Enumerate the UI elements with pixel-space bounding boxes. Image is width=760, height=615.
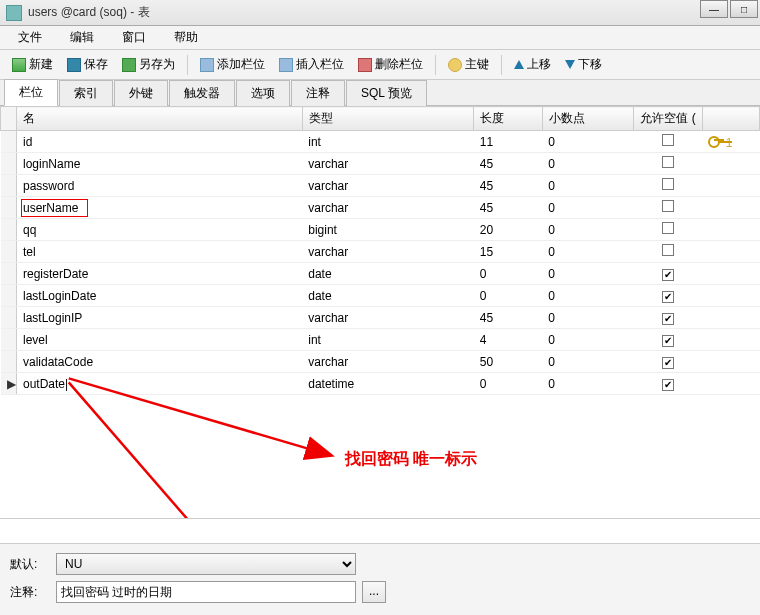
insert-column-button[interactable]: 插入栏位	[273, 54, 350, 75]
cell-type[interactable]: int	[302, 329, 473, 351]
cell-allow-null[interactable]	[634, 307, 703, 329]
cell-key[interactable]	[702, 351, 759, 373]
cell-length[interactable]: 11	[474, 131, 543, 153]
checkbox-icon[interactable]	[662, 357, 674, 369]
cell-key[interactable]	[702, 197, 759, 219]
move-down-button[interactable]: 下移	[559, 54, 608, 75]
cell-type[interactable]: varchar	[302, 175, 473, 197]
default-select[interactable]: NU	[56, 553, 356, 575]
menu-window[interactable]: 窗口	[108, 29, 160, 46]
cell-decimals[interactable]: 0	[542, 263, 633, 285]
cell-name[interactable]: id	[17, 131, 303, 153]
cell-decimals[interactable]: 0	[542, 131, 633, 153]
cell-length[interactable]: 0	[474, 285, 543, 307]
cell-decimals[interactable]: 0	[542, 197, 633, 219]
cell-decimals[interactable]: 0	[542, 373, 633, 395]
cell-name[interactable]: loginName	[17, 153, 303, 175]
checkbox-icon[interactable]	[662, 244, 674, 256]
save-as-button[interactable]: 另存为	[116, 54, 181, 75]
cell-key[interactable]: 1	[702, 131, 759, 153]
cell-name[interactable]: lastLoginIP	[17, 307, 303, 329]
checkbox-icon[interactable]	[662, 379, 674, 391]
table-row[interactable]: userNamevarchar450	[1, 197, 760, 219]
cell-allow-null[interactable]	[634, 175, 703, 197]
cell-name[interactable]: level	[17, 329, 303, 351]
cell-decimals[interactable]: 0	[542, 153, 633, 175]
cell-allow-null[interactable]	[634, 285, 703, 307]
cell-type[interactable]: datetime	[302, 373, 473, 395]
menu-help[interactable]: 帮助	[160, 29, 212, 46]
cell-decimals[interactable]: 0	[542, 307, 633, 329]
cell-name[interactable]: password	[17, 175, 303, 197]
checkbox-icon[interactable]	[662, 134, 674, 146]
checkbox-icon[interactable]	[662, 313, 674, 325]
cell-decimals[interactable]: 0	[542, 329, 633, 351]
cell-type[interactable]: int	[302, 131, 473, 153]
cell-type[interactable]: bigint	[302, 219, 473, 241]
tab-columns[interactable]: 栏位	[4, 79, 58, 106]
cell-type[interactable]: date	[302, 263, 473, 285]
cell-type[interactable]: varchar	[302, 153, 473, 175]
cell-key[interactable]	[702, 153, 759, 175]
tab-triggers[interactable]: 触发器	[169, 80, 235, 106]
header-type[interactable]: 类型	[302, 107, 473, 131]
checkbox-icon[interactable]	[662, 222, 674, 234]
new-button[interactable]: 新建	[6, 54, 59, 75]
cell-key[interactable]	[702, 175, 759, 197]
cell-key[interactable]	[702, 373, 759, 395]
header-allow-null[interactable]: 允许空值 (	[634, 107, 703, 131]
cell-name[interactable]: validataCode	[17, 351, 303, 373]
table-row[interactable]: loginNamevarchar450	[1, 153, 760, 175]
cell-length[interactable]: 0	[474, 263, 543, 285]
cell-allow-null[interactable]	[634, 351, 703, 373]
checkbox-icon[interactable]	[662, 178, 674, 190]
cell-type[interactable]: varchar	[302, 351, 473, 373]
cell-length[interactable]: 4	[474, 329, 543, 351]
cell-length[interactable]: 15	[474, 241, 543, 263]
delete-column-button[interactable]: 删除栏位	[352, 54, 429, 75]
tab-sql[interactable]: SQL 预览	[346, 80, 427, 106]
table-row[interactable]: levelint40	[1, 329, 760, 351]
tab-foreign[interactable]: 外键	[114, 80, 168, 106]
checkbox-icon[interactable]	[662, 291, 674, 303]
comment-more-button[interactable]: ...	[362, 581, 386, 603]
table-row[interactable]: idint110 1	[1, 131, 760, 153]
cell-allow-null[interactable]	[634, 263, 703, 285]
cell-type[interactable]: varchar	[302, 241, 473, 263]
cell-type[interactable]: varchar	[302, 307, 473, 329]
checkbox-icon[interactable]	[662, 156, 674, 168]
cell-name[interactable]: lastLoginDate	[17, 285, 303, 307]
cell-type[interactable]: date	[302, 285, 473, 307]
cell-decimals[interactable]: 0	[542, 241, 633, 263]
cell-allow-null[interactable]	[634, 153, 703, 175]
cell-name[interactable]: outDate|	[17, 373, 303, 395]
cell-name[interactable]: userName	[17, 197, 303, 219]
cell-allow-null[interactable]	[634, 197, 703, 219]
table-row[interactable]: lastLoginDatedate00	[1, 285, 760, 307]
add-column-button[interactable]: 添加栏位	[194, 54, 271, 75]
cell-key[interactable]	[702, 241, 759, 263]
cell-allow-null[interactable]	[634, 131, 703, 153]
menu-edit[interactable]: 编辑	[56, 29, 108, 46]
checkbox-icon[interactable]	[662, 269, 674, 281]
cell-length[interactable]: 20	[474, 219, 543, 241]
header-length[interactable]: 长度	[474, 107, 543, 131]
cell-name[interactable]: registerDate	[17, 263, 303, 285]
cell-decimals[interactable]: 0	[542, 351, 633, 373]
table-row[interactable]: registerDatedate00	[1, 263, 760, 285]
cell-length[interactable]: 45	[474, 175, 543, 197]
cell-type[interactable]: varchar	[302, 197, 473, 219]
cell-length[interactable]: 0	[474, 373, 543, 395]
table-row[interactable]: lastLoginIPvarchar450	[1, 307, 760, 329]
save-button[interactable]: 保存	[61, 54, 114, 75]
header-name[interactable]: 名	[17, 107, 303, 131]
comment-input[interactable]	[56, 581, 356, 603]
cell-allow-null[interactable]	[634, 241, 703, 263]
table-row[interactable]: telvarchar150	[1, 241, 760, 263]
cell-allow-null[interactable]	[634, 329, 703, 351]
move-up-button[interactable]: 上移	[508, 54, 557, 75]
cell-length[interactable]: 50	[474, 351, 543, 373]
cell-length[interactable]: 45	[474, 197, 543, 219]
cell-length[interactable]: 45	[474, 307, 543, 329]
cell-key[interactable]	[702, 219, 759, 241]
